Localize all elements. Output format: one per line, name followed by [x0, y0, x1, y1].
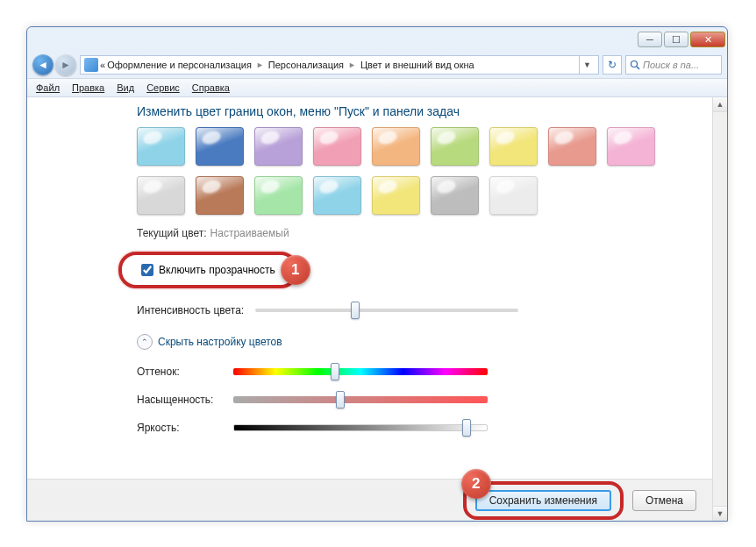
save-callout: 2 Сохранить изменения — [463, 481, 624, 520]
nav-row: ◄ ► « Оформление и персонализация ► Перс… — [27, 52, 727, 78]
breadcrumb-prefix: « — [100, 60, 105, 70]
color-swatch[interactable] — [254, 127, 303, 166]
hue-row: Оттенок: — [137, 366, 727, 378]
cancel-button[interactable]: Отмена — [632, 490, 696, 511]
breadcrumb-item[interactable]: Цвет и внешний вид окна — [360, 60, 474, 70]
color-swatch[interactable] — [254, 176, 303, 215]
annotation-badge-1: 1 — [281, 255, 310, 285]
search-input[interactable]: Поиск в па... — [625, 55, 722, 75]
color-swatch[interactable] — [548, 127, 596, 166]
brightness-label: Яркость: — [137, 422, 225, 434]
chevron-up-icon: ⌃ — [137, 334, 153, 350]
scroll-up-icon[interactable]: ▲ — [713, 97, 727, 112]
content-area: ▲ ▼ Изменить цвет границ окон, меню "Пус… — [27, 97, 727, 521]
slider-thumb[interactable] — [462, 419, 471, 437]
scroll-down-icon[interactable]: ▼ — [713, 506, 727, 521]
back-button[interactable]: ◄ — [32, 54, 53, 75]
hue-label: Оттенок: — [137, 366, 225, 378]
breadcrumb[interactable]: « Оформление и персонализация ► Персонал… — [80, 55, 599, 75]
color-swatch[interactable] — [489, 127, 538, 166]
saturation-row: Насыщенность: — [137, 394, 727, 406]
current-color-row: Текущий цвет: Настраиваемый — [137, 227, 727, 239]
maximize-button[interactable]: ☐ — [664, 32, 688, 47]
intensity-slider[interactable] — [255, 309, 518, 312]
minimize-button[interactable]: ─ — [638, 32, 662, 47]
brightness-slider[interactable] — [233, 424, 488, 431]
menu-edit[interactable]: Правка — [72, 82, 104, 93]
intensity-label: Интенсивность цвета: — [137, 304, 246, 316]
color-swatch[interactable] — [313, 176, 361, 215]
color-swatch[interactable] — [431, 176, 479, 215]
brightness-row: Яркость: — [137, 422, 727, 434]
titlebar: ─ ☐ ✕ — [27, 27, 727, 52]
scrollbar[interactable]: ▲ ▼ — [712, 97, 727, 521]
footer: 2 Сохранить изменения Отмена — [27, 479, 712, 521]
menu-file[interactable]: Файл — [36, 82, 60, 93]
slider-thumb[interactable] — [336, 391, 345, 408]
search-placeholder: Поиск в па... — [643, 60, 699, 70]
chevron-right-icon: ► — [253, 60, 267, 69]
breadcrumb-item[interactable]: Персонализация — [268, 60, 344, 70]
current-color-value: Настраиваемый — [210, 227, 289, 239]
svg-point-0 — [631, 61, 638, 67]
menu-view[interactable]: Вид — [117, 82, 134, 93]
forward-button[interactable]: ► — [55, 54, 76, 75]
color-swatch[interactable] — [137, 127, 185, 166]
menu-help[interactable]: Справка — [192, 82, 230, 93]
color-swatch[interactable] — [431, 127, 479, 166]
color-swatch-grid — [137, 127, 672, 215]
saturation-slider[interactable] — [233, 396, 488, 403]
breadcrumb-item[interactable]: Оформление и персонализация — [107, 60, 252, 70]
transparency-checkbox[interactable] — [141, 264, 153, 276]
current-color-label: Текущий цвет: — [137, 227, 207, 239]
page-title: Изменить цвет границ окон, меню "Пуск" и… — [27, 104, 727, 127]
color-swatch[interactable] — [372, 127, 420, 166]
color-swatch[interactable] — [313, 127, 361, 166]
transparency-callout: Включить прозрачность 1 — [118, 252, 298, 288]
hide-mixer-label: Скрыть настройку цветов — [158, 336, 282, 348]
chevron-right-icon: ► — [346, 60, 359, 69]
intensity-row: Интенсивность цвета: — [137, 304, 727, 316]
refresh-button[interactable]: ↻ — [603, 55, 622, 75]
color-swatch[interactable] — [137, 176, 185, 215]
annotation-badge-2: 2 — [461, 469, 491, 499]
search-icon — [630, 60, 640, 70]
menu-bar: Файл Правка Вид Сервис Справка — [27, 78, 727, 97]
menu-tools[interactable]: Сервис — [146, 82, 180, 93]
color-swatch[interactable] — [489, 176, 538, 215]
color-swatch[interactable] — [196, 176, 244, 215]
close-button[interactable]: ✕ — [690, 32, 725, 47]
hue-slider[interactable] — [233, 368, 488, 375]
window: ─ ☐ ✕ ◄ ► « Оформление и персонализация … — [26, 26, 728, 522]
hide-mixer-link[interactable]: ⌃ Скрыть настройку цветов — [137, 334, 727, 350]
saturation-label: Насыщенность: — [137, 394, 225, 406]
control-panel-icon — [84, 58, 98, 72]
breadcrumb-dropdown[interactable]: ▼ — [579, 55, 595, 75]
color-swatch[interactable] — [607, 127, 655, 166]
slider-thumb[interactable] — [351, 302, 360, 319]
svg-line-1 — [637, 67, 639, 69]
transparency-label: Включить прозрачность — [159, 264, 275, 276]
color-swatch[interactable] — [196, 127, 244, 166]
color-swatch[interactable] — [372, 176, 420, 215]
slider-thumb[interactable] — [331, 363, 339, 380]
save-button[interactable]: Сохранить изменения — [475, 490, 611, 511]
